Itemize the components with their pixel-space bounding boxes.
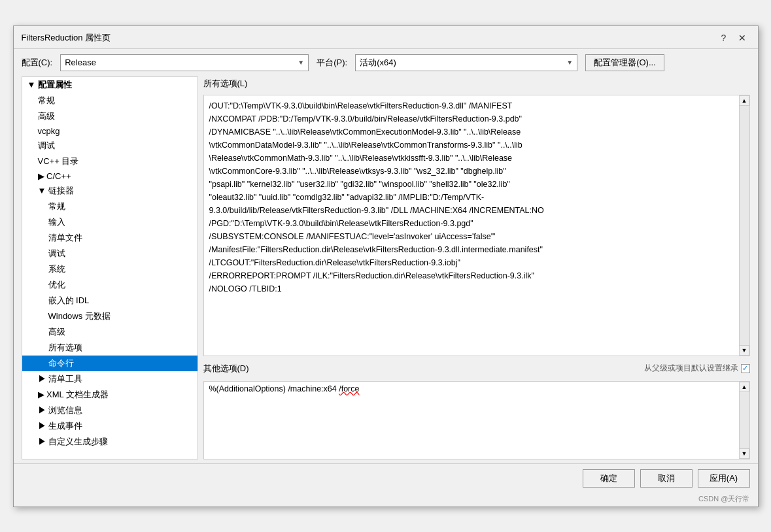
tree-item-custom-build[interactable]: ▶ 自定义生成步骤 <box>22 434 197 450</box>
title-actions: ? ✕ <box>716 31 750 44</box>
config-manager-button[interactable]: 配置管理器(O)... <box>585 54 664 71</box>
tree-item-advanced[interactable]: 高级 <box>22 108 197 124</box>
other-options-scrollbar[interactable]: ▲ ▼ <box>739 382 749 459</box>
tree-item-manifest-tool[interactable]: ▶ 清单工具 <box>22 371 197 387</box>
platform-arrow-icon: ▼ <box>566 59 573 66</box>
all-options-content: /OUT:"D:\Temp\VTK-9.3.0\build\bin\Releas… <box>204 95 749 299</box>
platform-label: 平台(P): <box>317 57 347 69</box>
other-scroll-up[interactable]: ▲ <box>739 382 749 392</box>
tree-item-browse[interactable]: ▶ 浏览信息 <box>22 403 197 418</box>
help-button[interactable]: ? <box>716 31 732 44</box>
tree-label-advanced: 高级 <box>38 110 55 122</box>
scroll-up-arrow[interactable]: ▲ <box>739 95 749 106</box>
bottom-bar: 确定 取消 应用(A) <box>14 463 758 493</box>
tree-label-xml-gen: ▶ XML 文档生成器 <box>38 389 109 401</box>
main-content: ▼ 配置属性 常规 高级 vcpkg 调试 VC++ 目录 ▶ C/C++ ▼ … <box>14 76 758 459</box>
tree-label-vcpkg: vcpkg <box>38 126 60 136</box>
tree-item-linker-all[interactable]: 所有选项 <box>22 340 197 356</box>
tree-label-cpp: ▶ C/C++ <box>38 171 71 181</box>
tree-item-build-events[interactable]: ▶ 生成事件 <box>22 418 197 434</box>
config-bar: 配置(C): Release ▼ 平台(P): 活动(x64) ▼ 配置管理器(… <box>14 49 758 76</box>
platform-value: 活动(x64) <box>360 57 396 69</box>
tree-label-general: 常规 <box>38 95 55 107</box>
tree-label-linker-winmeta: Windows 元数据 <box>48 310 111 322</box>
tree-item-linker[interactable]: ▼ 链接器 <box>22 183 197 199</box>
scroll-down-arrow[interactable]: ▼ <box>739 345 749 356</box>
dialog-window: FiltersReduction 属性页 ? ✕ 配置(C): Release … <box>13 25 759 507</box>
config-dropdown[interactable]: Release ▼ <box>60 54 309 71</box>
tree-item-debug[interactable]: 调试 <box>22 138 197 154</box>
tree-label-linker-cmdline: 命令行 <box>48 357 74 369</box>
tree-label-linker-all: 所有选项 <box>48 342 82 354</box>
tree-label-linker-debug: 调试 <box>48 248 65 259</box>
other-scroll-down[interactable]: ▼ <box>739 448 749 459</box>
platform-dropdown[interactable]: 活动(x64) ▼ <box>355 54 577 71</box>
all-options-box: /OUT:"D:\Temp\VTK-9.3.0\build\bin\Releas… <box>203 95 750 356</box>
tree-label-linker-optimize: 优化 <box>48 279 65 291</box>
force-option: /force <box>339 384 359 393</box>
tree-label-linker: ▼ 链接器 <box>38 185 74 197</box>
tree-item-linker-general[interactable]: 常规 <box>22 199 197 214</box>
tree-root-label: ▼ 配置属性 <box>27 79 72 91</box>
other-options-header: 其他选项(D) 从父级或项目默认设置继承 <box>203 360 750 377</box>
tree-item-cpp[interactable]: ▶ C/C++ <box>22 169 197 183</box>
tree-label-build-events: ▶ 生成事件 <box>38 420 83 432</box>
watermark: CSDN @天行常 <box>14 493 758 507</box>
all-options-scrollbar[interactable]: ▲ ▼ <box>739 95 749 356</box>
tree-item-linker-winmeta[interactable]: Windows 元数据 <box>22 308 197 324</box>
all-options-label: 所有选项(L) <box>203 76 750 91</box>
inherit-text: 从父级或项目默认设置继承 <box>644 363 738 374</box>
other-options-box[interactable]: %(AdditionalOptions) /machine:x64 /force… <box>203 381 750 459</box>
tree-label-linker-manifest: 清单文件 <box>48 232 82 244</box>
other-options-content: %(AdditionalOptions) /machine:x64 /force <box>204 382 749 396</box>
tree-item-root[interactable]: ▼ 配置属性 <box>22 77 197 93</box>
tree-label-linker-general: 常规 <box>48 201 65 212</box>
inherit-label-container: 从父级或项目默认设置继承 <box>644 363 750 374</box>
dialog-title: FiltersReduction 属性页 <box>22 32 111 44</box>
tree-item-linker-cmdline[interactable]: 命令行 <box>22 356 197 371</box>
cancel-button[interactable]: 取消 <box>640 469 693 488</box>
tree-item-vc[interactable]: VC++ 目录 <box>22 154 197 169</box>
tree-panel: ▼ 配置属性 常规 高级 vcpkg 调试 VC++ 目录 ▶ C/C++ ▼ … <box>22 76 198 459</box>
tree-item-linker-system[interactable]: 系统 <box>22 261 197 277</box>
other-scroll-track[interactable] <box>740 392 749 448</box>
tree-item-vcpkg[interactable]: vcpkg <box>22 124 197 138</box>
tree-item-linker-manifest[interactable]: 清单文件 <box>22 230 197 246</box>
apply-button[interactable]: 应用(A) <box>698 469 750 488</box>
tree-item-linker-advanced2[interactable]: 高级 <box>22 324 197 340</box>
tree-label-browse: ▶ 浏览信息 <box>38 405 83 416</box>
tree-label-linker-embedded: 嵌入的 IDL <box>48 295 90 307</box>
scroll-track[interactable] <box>740 106 749 345</box>
tree-label-custom-build: ▶ 自定义生成步骤 <box>38 436 109 448</box>
close-button[interactable]: ✕ <box>734 31 750 44</box>
ok-button[interactable]: 确定 <box>583 469 635 488</box>
tree-label-manifest-tool: ▶ 清单工具 <box>38 373 83 385</box>
tree-label-vc: VC++ 目录 <box>38 156 79 167</box>
tree-label-linker-advanced2: 高级 <box>48 326 65 338</box>
config-arrow-icon: ▼ <box>298 59 304 66</box>
config-label: 配置(C): <box>22 57 53 69</box>
tree-label-linker-system: 系统 <box>48 263 65 275</box>
tree-label-linker-input: 输入 <box>48 216 65 228</box>
tree-label-debug: 调试 <box>38 140 55 152</box>
config-value: Release <box>65 58 96 67</box>
tree-item-general[interactable]: 常规 <box>22 93 197 108</box>
inherit-checkbox[interactable] <box>741 364 750 373</box>
right-panel: 所有选项(L) /OUT:"D:\Temp\VTK-9.3.0\build\bi… <box>203 76 750 459</box>
title-bar: FiltersReduction 属性页 ? ✕ <box>14 26 758 49</box>
other-options-label: 其他选项(D) <box>203 361 249 376</box>
tree-item-linker-optimize[interactable]: 优化 <box>22 277 197 293</box>
tree-item-xml-gen[interactable]: ▶ XML 文档生成器 <box>22 387 197 403</box>
tree-item-linker-input[interactable]: 输入 <box>22 214 197 230</box>
tree-item-linker-debug[interactable]: 调试 <box>22 246 197 261</box>
tree-item-linker-embedded[interactable]: 嵌入的 IDL <box>22 293 197 308</box>
